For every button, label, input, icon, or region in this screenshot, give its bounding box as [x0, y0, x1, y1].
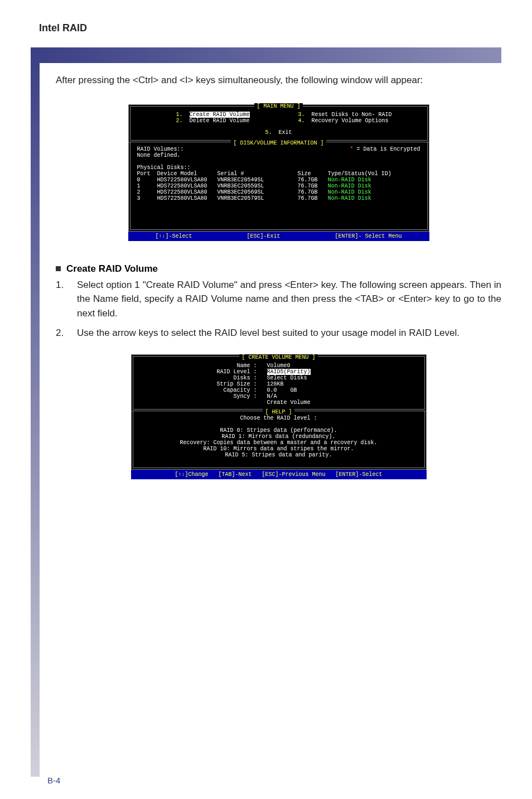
- intro-paragraph: After pressing the <Ctrl> and <I> keys s…: [56, 73, 501, 88]
- menu-5-item[interactable]: Exit: [279, 129, 292, 136]
- page-number: B-4: [47, 776, 60, 785]
- help-line: RAID 0: Stripes data (performance).: [140, 427, 418, 434]
- help-title: [ HELP ]: [263, 409, 294, 415]
- menu-3-num: 3.: [298, 112, 305, 118]
- screenshot-create-volume: [ CREATE VOLUME MENU ] Name : Volume0 RA…: [131, 354, 427, 479]
- step-1-num: 1.: [56, 278, 69, 321]
- menu-2-item[interactable]: Delete RAID Volume: [190, 118, 250, 124]
- menu-4-num: 4.: [298, 118, 305, 124]
- footer-select: [↑↓]-Select: [155, 233, 192, 239]
- menu-5-num: 5.: [265, 129, 272, 136]
- disk-header-row: Port Device Model Serial # Size Type/Sta…: [137, 171, 420, 177]
- disks-value[interactable]: Select Disks: [267, 375, 307, 381]
- encrypted-text: = Data is Encrypted: [353, 146, 420, 152]
- help-line: RAID 10: Mirrors data and stripes the mi…: [140, 446, 418, 452]
- help-line: Recovery: Copies data between a master a…: [140, 440, 418, 446]
- disk-info-title: [ DISK/VOLUME INFORMATION ]: [231, 140, 326, 146]
- raid-volumes-label: RAID Volumes::: [137, 146, 184, 152]
- none-defined: None defined.: [137, 152, 420, 158]
- footer-bar-1: [↑↓]-Select [ESC]-Exit [ENTER]- Select M…: [128, 232, 429, 241]
- create-volume-action[interactable]: Create Volume: [267, 399, 311, 406]
- disk-row: 3 HDS722580VLSA80 VNRB3EC20579SL 76.7GB …: [137, 195, 420, 201]
- step-2: 2. Use the arrow keys to select the RAID…: [56, 326, 501, 340]
- page-header: Intel RAID: [39, 22, 501, 34]
- help-line: RAID 5: Stripes data and parity.: [140, 452, 418, 458]
- menu-1-item[interactable]: Create RAID Volume: [190, 112, 250, 118]
- menu-1-num: 1.: [176, 112, 183, 118]
- side-gradient: [31, 47, 40, 777]
- section-title: Create RAID Volume: [56, 263, 501, 275]
- disk-row: 2 HDS722580VLSA80 VNRB3EC20569SL 76.7GB …: [137, 189, 420, 195]
- footer-bar-2: [↑↓]Change [TAB]-Next [ESC]-Previous Men…: [131, 470, 427, 479]
- create-menu-title: [ CREATE VOLUME MENU ]: [239, 354, 317, 360]
- menu-3-item[interactable]: Reset Disks to Non- RAID: [312, 112, 392, 118]
- step-1: 1. Select option 1 "Create RAID Volume" …: [56, 278, 501, 321]
- footer-exit: [ESC]-Exit: [246, 233, 280, 239]
- footer-enter: [ENTER]- Select Menu: [335, 233, 402, 239]
- help-line: RAID 1: Mirrors data (redundancy).: [140, 434, 418, 440]
- disk-row: 0 HDS722580VLSA80 VNRB3EC20549SL 76.7GB …: [137, 177, 420, 183]
- menu-4-item[interactable]: Recovery Volume Options: [312, 118, 389, 124]
- section-title-text: Create RAID Volume: [66, 263, 158, 275]
- disk-row: 1 HDS722580VLSA80 VNRB3EC20559SL 76.7GB …: [137, 183, 420, 189]
- step-1-text: Select option 1 "Create RAID Volume" and…: [77, 278, 501, 321]
- step-2-text: Use the arrow keys to select the RAID le…: [77, 326, 501, 340]
- main-menu-title: [ MAIN MENU ]: [254, 103, 302, 109]
- help-subtitle: Choose the RAID level :: [140, 415, 418, 421]
- physical-disks-label: Physical Disks::: [137, 165, 420, 171]
- menu-2-num: 2.: [176, 118, 183, 124]
- step-2-num: 2.: [56, 326, 69, 340]
- screenshot-main-menu: [ MAIN MENU ] 1. Create RAID Volume 2. D…: [128, 104, 429, 241]
- raid-level-value[interactable]: RAID5(Parity): [267, 369, 311, 375]
